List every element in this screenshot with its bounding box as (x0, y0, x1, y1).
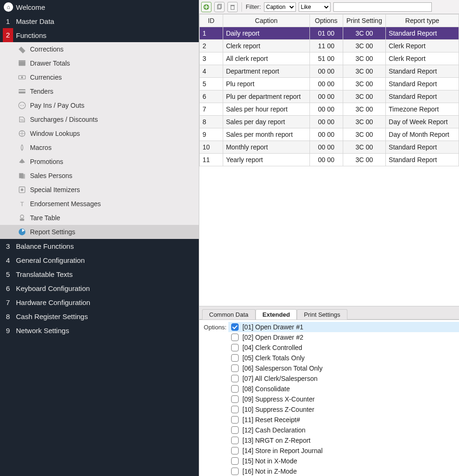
nav-item-keyboard-configuration[interactable]: 6Keyboard Configuration (0, 281, 199, 295)
checkbox[interactable] (231, 385, 239, 393)
option-row[interactable]: [15] Not in X-Mode (228, 456, 459, 466)
copy-button[interactable] (214, 2, 225, 12)
nav-item-translatable-texts[interactable]: 5Translatable Texts (0, 267, 199, 281)
checkbox[interactable] (231, 457, 239, 465)
option-row[interactable]: [10] Suppress Z-Counter (228, 404, 459, 415)
cell-report-type: Clerk Report (386, 40, 459, 52)
checkbox[interactable] (231, 468, 239, 475)
table-row[interactable]: 4Department report00 003C 00Standard Rep… (200, 65, 459, 78)
subnav-label: Pay Ins / Pay Outs (28, 102, 84, 109)
nav-item-network-settings[interactable]: 9Network Settings (0, 323, 199, 337)
table-row[interactable]: 7Sales per hour report00 003C 00Timezone… (200, 103, 459, 116)
column-header[interactable]: Report type (386, 15, 459, 27)
checkbox[interactable] (231, 344, 239, 351)
tab-extended[interactable]: Extended (256, 309, 297, 320)
cell-id: 5 (200, 78, 223, 90)
nav-item-label: Hardware Configuration (13, 298, 90, 306)
column-header[interactable]: Caption (223, 15, 309, 27)
add-button[interactable] (201, 2, 211, 12)
corrections-icon (16, 45, 28, 53)
delete-button[interactable] (227, 2, 238, 12)
table-row[interactable]: 9Sales per month report00 003C 00Day of … (200, 128, 459, 141)
option-row[interactable]: [14] Store in Report Journal (228, 446, 459, 456)
checkbox[interactable] (231, 334, 239, 341)
option-row[interactable]: [05] Clerk Totals Only (228, 353, 459, 363)
subnav-corrections[interactable]: Corrections (0, 42, 199, 56)
option-row[interactable]: [01] Open Drawer #1 (228, 322, 459, 332)
subnav-promotions[interactable]: Promotions (0, 155, 199, 169)
filter-value-input[interactable] (333, 2, 432, 12)
grid[interactable]: IDCaptionOptionsPrint SettingReport type… (199, 14, 459, 306)
checkbox[interactable] (231, 406, 239, 413)
tab-print-settings[interactable]: Print Settings (297, 309, 347, 320)
option-row[interactable]: [06] Salesperson Total Only (228, 363, 459, 373)
nav-item-hardware-configuration[interactable]: 7Hardware Configuration (0, 295, 199, 309)
option-row[interactable]: [04] Clerk Controlled (228, 342, 459, 353)
subnav-currencies[interactable]: Currencies (0, 70, 199, 84)
subnav-tenders[interactable]: Tenders (0, 84, 199, 98)
option-row[interactable]: [12] Cash Declaration (228, 425, 459, 435)
nav-item-general-configuration[interactable]: 4General Configuration (0, 253, 199, 267)
subnav-pay-ins-pay-outs[interactable]: Pay Ins / Pay Outs (0, 98, 199, 112)
column-header[interactable]: Print Setting (343, 15, 385, 27)
checkbox[interactable] (231, 416, 239, 424)
table-row[interactable]: 1Daily report01 003C 00Standard Report (200, 27, 459, 40)
option-row[interactable]: [16] Not in Z-Mode (228, 466, 459, 476)
subnav-special-itemizers[interactable]: Special Itemizers (0, 183, 199, 197)
table-row[interactable]: 5Plu report00 003C 00Standard Report (200, 78, 459, 90)
cell-caption: Sales per hour report (223, 103, 309, 116)
table-row[interactable]: 3All clerk report51 003C 00Clerk Report (200, 52, 459, 65)
option-label: [15] Not in X-Mode (242, 457, 297, 465)
cell-report-type: Timezone Report (386, 103, 459, 116)
nav-welcome[interactable]: ⌂ Welcome (0, 0, 199, 14)
option-row[interactable]: [07] All Clerk/Salesperson (228, 373, 459, 384)
cell-report-type: Day of Month Report (386, 128, 459, 141)
salespersons-icon (16, 171, 28, 180)
checkbox[interactable] (231, 437, 239, 444)
table-row[interactable]: 11Yearly report00 003C 00Standard Report (200, 154, 459, 166)
column-header[interactable]: Options (309, 15, 343, 27)
nav-item-cash-register-settings[interactable]: 8Cash Register Settings (0, 309, 199, 323)
subnav-macros[interactable]: Macros (0, 141, 199, 155)
checkbox[interactable] (231, 426, 239, 434)
subnav-surcharges-discounts[interactable]: %Surcharges / Discounts (0, 112, 199, 126)
payinout-icon (16, 101, 28, 110)
nav-item-balance-functions[interactable]: 3Balance Functions (0, 239, 199, 253)
currencies-icon (16, 73, 28, 82)
checkbox[interactable] (231, 354, 239, 362)
checkbox[interactable] (231, 375, 239, 382)
filter-field-select[interactable]: Caption (264, 2, 296, 12)
column-header[interactable]: ID (200, 15, 223, 27)
subnav-sales-persons[interactable]: Sales Persons (0, 169, 199, 183)
nav-item-master-data[interactable]: 1Master Data (0, 14, 199, 28)
table-row[interactable]: 2Clerk report11 003C 00Clerk Report (200, 40, 459, 52)
subnav-report-settings[interactable]: Report Settings (0, 225, 199, 239)
cell-id: 4 (200, 65, 223, 78)
option-row[interactable]: [13] NRGT on Z-Report (228, 435, 459, 446)
table-row[interactable]: 10Monthly report00 003C 00Standard Repor… (200, 141, 459, 154)
subnav-endorsement-messages[interactable]: TEndorsement Messages (0, 197, 199, 211)
filter-op-select[interactable]: Like (299, 2, 331, 12)
checkbox[interactable] (231, 395, 239, 403)
subnav-label: Corrections (28, 45, 64, 53)
table-row[interactable]: 8Sales per day report00 003C 00Day of We… (200, 116, 459, 128)
subnav-label: Special Itemizers (28, 186, 80, 193)
subnav-window-lookups[interactable]: Window Lookups (0, 126, 199, 141)
filter-label: Filter: (246, 3, 261, 10)
subnav-drawer-totals[interactable]: Drawer Totals (0, 56, 199, 70)
option-row[interactable]: [11] Reset Receipt# (228, 415, 459, 425)
svg-text:T: T (20, 201, 24, 208)
checkbox[interactable] (231, 323, 239, 331)
nav-item-functions[interactable]: 2Functions (0, 28, 199, 42)
cell-caption: Monthly report (223, 141, 309, 154)
option-row[interactable]: [02] Open Drawer #2 (228, 332, 459, 342)
cell-id: 10 (200, 141, 223, 154)
subnav-tare-table[interactable]: Tare Table (0, 211, 199, 225)
table-row[interactable]: 6Plu per department report00 003C 00Stan… (200, 90, 459, 103)
tab-common-data[interactable]: Common Data (202, 309, 256, 320)
cell-id: 1 (200, 27, 223, 40)
checkbox[interactable] (231, 447, 239, 454)
option-row[interactable]: [08] Consolidate (228, 384, 459, 394)
checkbox[interactable] (231, 364, 239, 372)
option-row[interactable]: [09] Suppress X-Counter (228, 394, 459, 404)
